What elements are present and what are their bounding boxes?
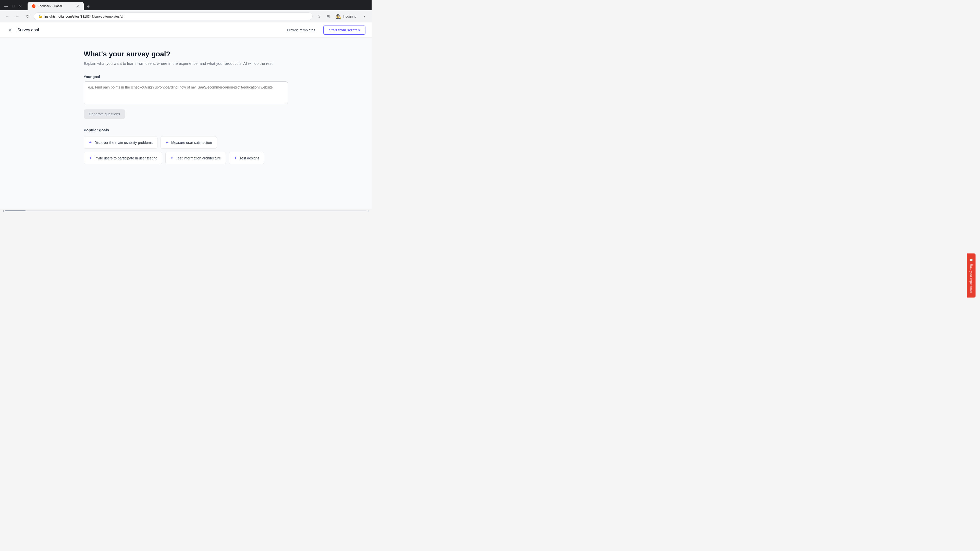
header-left: ✕ Survey goal [6,26,39,34]
start-from-scratch-button[interactable]: Start from scratch [323,25,366,35]
goal-label-architecture: Test information architecture [176,156,221,160]
browser-tab-bar: H Feedback - Hotjar ✕ + [27,2,92,10]
close-survey-button[interactable]: ✕ [6,26,14,34]
forward-icon: → [15,14,19,19]
window-restore-button[interactable]: □ [10,3,16,9]
reload-button[interactable]: ↻ [24,12,32,21]
bookmark-button[interactable]: ☆ [315,12,323,21]
popular-goals-title: Popular goals [84,128,288,132]
browser-chrome: — □ ✕ H Feedback - Hotjar ✕ + ← → ↻ 🔒 [0,0,372,22]
hotjar-favicon: H [32,4,35,8]
extensions-icon: ⊞ [326,14,330,19]
goal-label-user-testing: Invite users to participate in user test… [94,156,158,160]
goal-textarea[interactable] [84,81,288,104]
goal-label-satisfaction: Measure user satisfaction [171,141,212,144]
menu-icon: ⋮ [363,14,366,19]
url-text: insights.hotjar.com/sites/3818347/survey… [45,14,308,18]
goal-icon-satisfaction: ✦ [165,140,169,145]
new-tab-button[interactable]: + [85,3,92,10]
main-content: What's your survey goal? Explain what yo… [0,38,372,209]
browser-active-tab[interactable]: H Feedback - Hotjar ✕ [27,2,84,10]
menu-button[interactable]: ⋮ [360,12,369,21]
star-icon: ☆ [317,14,321,19]
browser-scrollbar[interactable]: ◄ ► [0,209,372,212]
goal-card-test-designs[interactable]: ✦ Test designs [229,152,264,164]
window-close-button[interactable]: ✕ [18,3,24,9]
goal-card-user-testing[interactable]: ✦ Invite users to participate in user te… [84,152,162,164]
tab-title: Feedback - Hotjar [38,4,73,8]
goal-card-architecture[interactable]: ✦ Test information architecture [165,152,226,164]
page-title: Survey goal [18,28,39,32]
goal-icon-user-testing: ✦ [89,156,92,160]
reload-icon: ↻ [26,14,29,19]
goal-label-usability: Discover the main usability problems [94,141,153,144]
scroll-right-arrow[interactable]: ► [366,209,371,212]
tab-favicon: H [32,4,36,8]
scroll-left-arrow[interactable]: ◄ [1,209,5,212]
survey-heading: What's your survey goal? [84,50,288,58]
browser-toolbar: ← → ↻ 🔒 insights.hotjar.com/sites/381834… [0,10,372,22]
scroll-thumb[interactable] [5,210,25,211]
incognito-button[interactable]: 🕵️ Incognito [333,13,360,20]
app-header: ✕ Survey goal Browse templates Start fro… [0,22,372,38]
window-minimize-button[interactable]: — [3,3,9,9]
goal-icon-usability: ✦ [89,140,92,145]
tab-close-button[interactable]: ✕ [76,4,80,8]
goal-card-satisfaction[interactable]: ✦ Measure user satisfaction [161,136,217,149]
popular-goals-grid: ✦ Discover the main usability problems ✦… [84,136,288,164]
incognito-label: Incognito [343,14,356,18]
forward-button[interactable]: → [13,12,21,21]
browser-toolbar-actions: ☆ ⊞ 🕵️ Incognito ⋮ [315,12,369,21]
goal-icon-test-designs: ✦ [234,156,237,160]
scroll-track[interactable] [5,210,366,211]
back-button[interactable]: ← [3,12,11,21]
browser-title-bar: — □ ✕ H Feedback - Hotjar ✕ + [0,0,372,10]
goal-label: Your goal [84,75,288,79]
goals-row-2: ✦ Invite users to participate in user te… [84,152,288,164]
goal-card-usability[interactable]: ✦ Discover the main usability problems [84,136,158,149]
content-container: What's your survey goal? Explain what yo… [84,50,288,197]
browser-window-controls: — □ ✕ [3,3,24,9]
back-icon: ← [5,14,9,19]
lock-icon: 🔒 [38,14,42,18]
generate-questions-button[interactable]: Generate questions [84,110,125,119]
incognito-icon: 🕵️ [336,14,341,19]
address-bar[interactable]: 🔒 insights.hotjar.com/sites/3818347/surv… [34,13,313,20]
close-icon: ✕ [8,27,12,33]
header-right: Browse templates Start from scratch [283,25,366,35]
goal-label-test-designs: Test designs [240,156,259,160]
extensions-button[interactable]: ⊞ [324,12,332,21]
survey-subheading: Explain what you want to learn from user… [84,61,288,65]
goal-icon-architecture: ✦ [170,156,173,160]
browse-templates-button[interactable]: Browse templates [283,26,319,34]
goals-row-1: ✦ Discover the main usability problems ✦… [84,136,288,149]
